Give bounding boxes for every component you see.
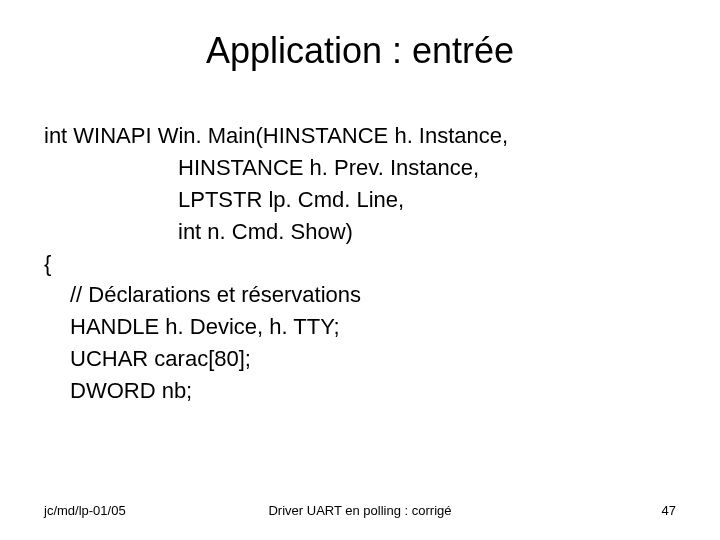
code-line: int n. Cmd. Show) (44, 216, 684, 248)
footer-center: Driver UART en polling : corrigé (0, 503, 720, 518)
code-block: int WINAPI Win. Main(HINSTANCE h. Instan… (44, 120, 684, 407)
slide-number: 47 (662, 503, 676, 518)
slide-title: Application : entrée (0, 30, 720, 72)
code-line: UCHAR carac[80]; (44, 343, 684, 375)
code-line: LPTSTR lp. Cmd. Line, (44, 184, 684, 216)
code-line: { (44, 248, 684, 280)
code-line: HINSTANCE h. Prev. Instance, (44, 152, 684, 184)
code-line: // Déclarations et réservations (44, 279, 684, 311)
code-line: HANDLE h. Device, h. TTY; (44, 311, 684, 343)
code-line: int WINAPI Win. Main(HINSTANCE h. Instan… (44, 120, 684, 152)
slide: Application : entrée int WINAPI Win. Mai… (0, 0, 720, 540)
code-line: DWORD nb; (44, 375, 684, 407)
